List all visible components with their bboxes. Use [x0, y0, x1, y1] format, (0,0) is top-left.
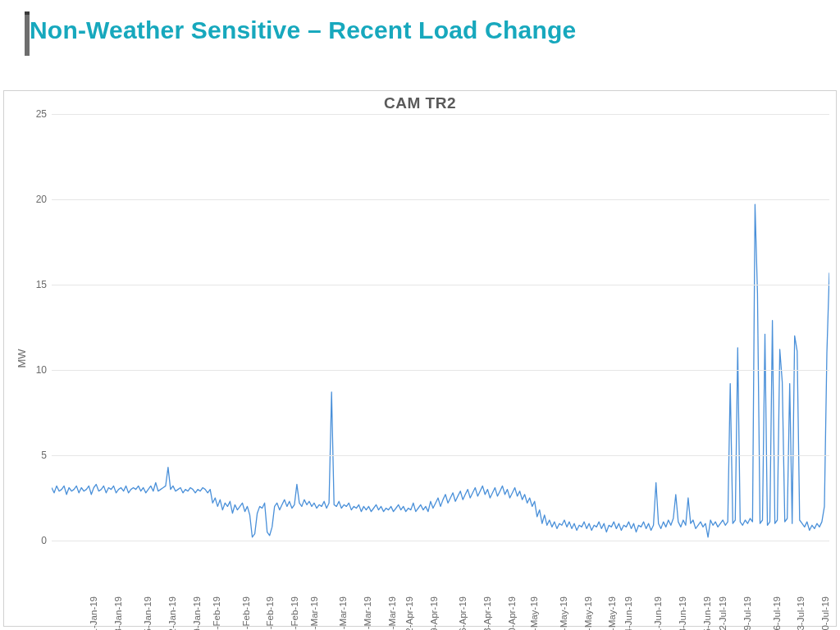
- chart-title: CAM TR2: [4, 94, 836, 112]
- x-tick-label: 26-Mar-19: [387, 596, 397, 630]
- x-tick-label: 12-Mar-19: [338, 596, 348, 630]
- x-tick-label: 18-Jun-19: [678, 596, 687, 630]
- x-tick-label: 4-Jun-19: [623, 596, 633, 630]
- x-tick-label: 28-May-19: [607, 596, 617, 630]
- x-tick-label: 21-May-19: [582, 596, 592, 630]
- y-tick-label: 20: [24, 194, 47, 205]
- line-series: [52, 114, 829, 541]
- y-tick-label: 25: [24, 108, 47, 120]
- x-tick-label: 25-Jun-19: [701, 596, 711, 630]
- chart-container: CAM TR2 MW 0510152025 1-Jan-198-Jan-1915…: [3, 90, 837, 627]
- grid-line: [52, 541, 829, 541]
- x-tick-label: 15-Jan-19: [143, 596, 153, 630]
- x-tick-label: 16-Jul-19: [771, 596, 781, 630]
- y-tick-label: 10: [24, 364, 47, 376]
- x-tick-label: 9-Jul-19: [742, 596, 751, 630]
- title-accent-bar: [25, 11, 30, 56]
- x-axis-ticks: 1-Jan-198-Jan-1915-Jan-1922-Jan-1929-Jan…: [52, 544, 829, 623]
- slide-title-block: Non-Weather Sensitive – Recent Load Chan…: [30, 16, 576, 44]
- grid-line: [52, 199, 829, 200]
- y-tick-label: 15: [24, 279, 47, 290]
- x-tick-label: 14-May-19: [559, 596, 568, 630]
- x-tick-label: 12-Feb-19: [241, 596, 251, 630]
- grid-line: [52, 455, 829, 456]
- x-tick-label: 29-Jan-19: [191, 596, 201, 630]
- slide-title: Non-Weather Sensitive – Recent Load Chan…: [30, 16, 576, 44]
- plot-area: 0510152025: [52, 114, 829, 541]
- x-tick-label: 2-Apr-19: [404, 596, 414, 630]
- y-tick-label: 0: [24, 535, 47, 546]
- x-tick-label: 30-Apr-19: [507, 596, 517, 630]
- y-tick-label: 5: [24, 450, 47, 461]
- x-tick-label: 22-Jan-19: [167, 596, 177, 630]
- grid-line: [52, 114, 829, 115]
- x-tick-label: 9-Apr-19: [429, 596, 439, 630]
- x-tick-label: 5-Feb-19: [212, 596, 221, 630]
- x-tick-label: 19-Mar-19: [363, 596, 372, 630]
- x-tick-label: 5-Mar-19: [308, 596, 318, 630]
- x-tick-label: 1-Jan-19: [89, 596, 98, 630]
- x-tick-label: 19-Feb-19: [265, 596, 275, 630]
- grid-line: [52, 370, 829, 371]
- x-tick-label: 2-Jul-19: [718, 596, 728, 630]
- x-tick-label: 11-Jun-19: [653, 596, 663, 630]
- x-tick-label: 16-Apr-19: [459, 596, 468, 630]
- x-tick-label: 23-Apr-19: [482, 596, 492, 630]
- x-tick-label: 7-May-19: [529, 596, 539, 630]
- x-tick-label: 30-Jul-19: [820, 596, 830, 630]
- x-tick-label: 23-Jul-19: [796, 596, 806, 630]
- grid-line: [52, 285, 829, 285]
- x-tick-label: 26-Feb-19: [290, 596, 299, 630]
- x-tick-label: 8-Jan-19: [113, 596, 123, 630]
